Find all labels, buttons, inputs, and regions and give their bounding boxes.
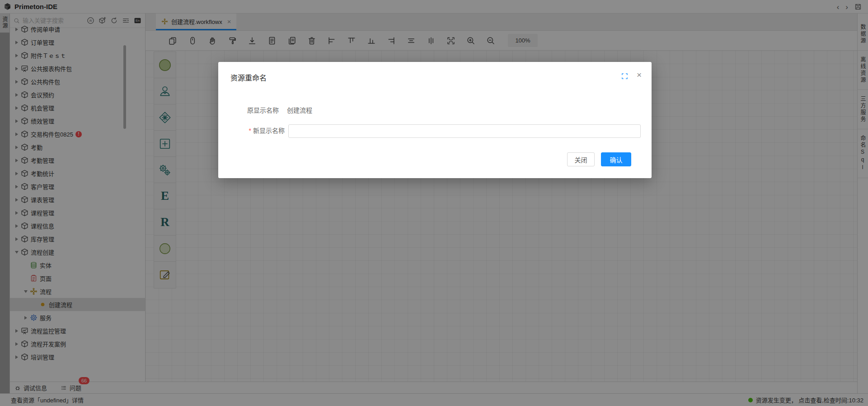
original-name-value: 创建流程	[287, 107, 312, 114]
required-mark: *	[249, 127, 251, 134]
new-name-label-wrap: *新显示名称	[218, 126, 285, 135]
new-name-input[interactable]	[288, 124, 641, 138]
modal-mask[interactable]	[0, 0, 868, 406]
primeton-ide-window: Primeton-IDE ‹ › 资源 AIEn 传阅单申请订单管理附件Ｔｅｓｔ…	[0, 0, 868, 406]
close-button[interactable]: 关闭	[567, 152, 595, 166]
confirm-button[interactable]: 确认	[601, 152, 631, 166]
new-name-label: 新显示名称	[253, 127, 285, 134]
original-name-row: 原显示名称创建流程	[247, 105, 312, 114]
modal-title: 资源重命名	[230, 72, 267, 83]
fullscreen-icon[interactable]	[621, 73, 628, 80]
rename-resource-modal: 资源重命名 × 原显示名称创建流程 *新显示名称 关闭 确认	[218, 62, 652, 178]
close-icon[interactable]: ×	[637, 71, 642, 79]
original-name-label: 原显示名称	[247, 107, 279, 114]
